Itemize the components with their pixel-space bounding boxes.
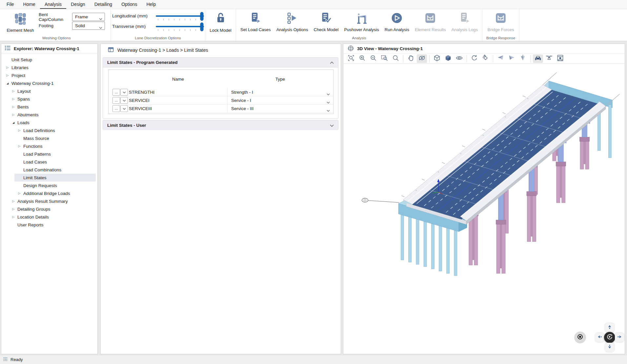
user-section-header[interactable]: Limit States - User	[103, 120, 338, 130]
tree-item-limit-states[interactable]: Limit States	[1, 174, 97, 182]
toolbar-fly-forward-button[interactable]	[518, 54, 528, 63]
run-analysis-button[interactable]: Run Analysis	[383, 9, 411, 37]
tree-item-libraries[interactable]: ▷Libraries	[1, 64, 97, 71]
tree-item-loads[interactable]: ◢Loads	[1, 119, 97, 126]
element-mesh-button[interactable]: Element Mesh	[5, 9, 36, 37]
tree-collapsed-icon[interactable]: ▷	[10, 200, 16, 203]
tree-item-location-details[interactable]: ▷Location Details	[1, 213, 97, 221]
tree-expanded-icon[interactable]: ◢	[10, 121, 16, 124]
record-button[interactable]	[574, 332, 586, 343]
row-expand-button[interactable]	[120, 97, 128, 104]
tree-label-load-definitions: Load Definitions	[23, 128, 55, 133]
check-model-button[interactable]: Check Model	[313, 9, 340, 37]
tree-item-layout[interactable]: ▷Layout	[1, 87, 97, 95]
chevron-down-icon[interactable]	[330, 123, 334, 128]
menu-item-help[interactable]: Help	[142, 0, 160, 9]
tree-collapsed-icon[interactable]: ▷	[16, 129, 22, 132]
tree-expanded-icon[interactable]: ◢	[5, 82, 10, 85]
toolbar-section-view-button[interactable]	[555, 54, 565, 63]
limit-state-type-select[interactable]: Service - I	[227, 96, 333, 105]
tree-collapsed-icon[interactable]: ▷	[5, 66, 10, 69]
toolbar-orbit-button[interactable]	[417, 54, 427, 63]
nav-down-button[interactable]	[605, 343, 614, 352]
limit-state-name[interactable]: SERVICEIII	[129, 105, 227, 113]
menu-item-home[interactable]: Home	[19, 0, 40, 9]
tree-item-load-combinations[interactable]: Load Combinations	[1, 166, 97, 174]
row-options-button[interactable]: ...	[112, 89, 120, 96]
chevron-up-icon[interactable]	[330, 60, 334, 65]
menu-item-detailing[interactable]: Detailing	[90, 0, 117, 9]
tree-item-bents[interactable]: ▷Bents	[1, 103, 97, 111]
nav-center-button[interactable]	[604, 332, 615, 343]
toolbar-pan-button[interactable]	[406, 54, 416, 63]
pushover-analysis-button[interactable]: Pushover Analysis	[343, 9, 380, 37]
bent-cap-column-select[interactable]: Frame	[72, 13, 105, 21]
toolbar-cube-solid-button[interactable]	[443, 54, 453, 63]
lock-model-button[interactable]: Lock Model	[205, 9, 236, 37]
analysis-options-icon	[286, 12, 298, 26]
tree-item-abutments[interactable]: ▷Abutments	[1, 111, 97, 119]
tree-item-functions[interactable]: ▷Functions	[1, 142, 97, 150]
tree-collapsed-icon[interactable]: ▷	[16, 144, 22, 148]
tree-item-unit-setup[interactable]: Unit Setup	[1, 56, 97, 64]
tree-label-spans: Spans	[17, 97, 30, 102]
transverse-mm-slider[interactable]	[155, 22, 205, 33]
tree-item-analysis-result-summary[interactable]: ▷Analysis Result Summary	[1, 197, 97, 205]
nav-right-button[interactable]	[615, 333, 624, 342]
menu-item-design[interactable]: Design	[66, 0, 90, 9]
analysis-options-button[interactable]: Analysis Options	[275, 9, 310, 37]
set-load-cases-button[interactable]: Set Load Cases	[239, 9, 272, 37]
row-controls: ...	[109, 105, 129, 113]
row-expand-button[interactable]	[120, 105, 128, 112]
field-footing: FootingSolid	[39, 22, 105, 30]
tree-item-project[interactable]: ▷Project	[1, 71, 97, 79]
program-section-header[interactable]: Limit States - Program Generated	[103, 58, 338, 67]
tree-item-mass-source[interactable]: Mass Source	[1, 134, 97, 142]
toolbar-eye-button[interactable]	[454, 54, 464, 63]
tree-item-additional-bridge-loads[interactable]: ▷Additional Bridge Loads	[1, 189, 97, 197]
tree-item-load-cases[interactable]: Load Cases	[1, 158, 97, 166]
limit-state-name[interactable]: STRENGTHI	[129, 88, 227, 96]
toolbar-zoom-extents-button[interactable]	[346, 54, 356, 63]
toolbar-zoom-window-button[interactable]	[379, 54, 390, 63]
row-expand-button[interactable]	[120, 89, 128, 96]
toolbar-drone-view-button[interactable]	[544, 54, 554, 63]
toolbar-fly-left-button[interactable]	[496, 54, 506, 63]
tree-collapsed-icon[interactable]: ▷	[16, 192, 22, 195]
tree-item-spans[interactable]: ▷Spans	[1, 95, 97, 103]
toolbar-fly-right-button[interactable]	[507, 54, 517, 63]
toolbar-rotate-reset-button[interactable]	[480, 54, 491, 63]
tree-item-load-definitions[interactable]: ▷Load Definitions	[1, 126, 97, 134]
nav-left-button[interactable]	[595, 333, 604, 342]
limit-state-type-select[interactable]: Strength - I	[227, 88, 333, 96]
tree-item-user-reports[interactable]: User Reports	[1, 221, 97, 229]
toolbar-zoom-in-button[interactable]	[357, 54, 367, 63]
toolbar-search-button[interactable]	[391, 54, 401, 63]
tree-collapsed-icon[interactable]: ▷	[10, 207, 16, 211]
toolbar-rotate-cw-button[interactable]	[469, 54, 479, 63]
tree-item-design-requests[interactable]: Design Requests	[1, 182, 97, 189]
3d-scene[interactable]	[343, 64, 625, 354]
row-options-button[interactable]: ...	[112, 97, 120, 104]
tree-collapsed-icon[interactable]: ▷	[10, 105, 16, 108]
longitudinal-mm-slider[interactable]	[155, 12, 205, 23]
limit-state-type-select[interactable]: Service - III	[227, 105, 333, 113]
tree-item-waterway-crossing-1[interactable]: ◢Waterway Crossing-1	[1, 79, 97, 87]
tree-collapsed-icon[interactable]: ▷	[10, 113, 16, 116]
toolbar-cube-wireframe-button[interactable]	[432, 54, 442, 63]
tree-item-detailing-groups[interactable]: ▷Detailing Groups	[1, 205, 97, 213]
tree-item-load-patterns[interactable]: Load Patterns	[1, 150, 97, 158]
toolbar-zoom-out-button[interactable]	[368, 54, 378, 63]
limit-state-name[interactable]: SERVICEI	[129, 96, 227, 105]
tree-collapsed-icon[interactable]: ▷	[10, 89, 16, 93]
row-options-button[interactable]: ...	[112, 105, 120, 112]
menu-item-analysis[interactable]: Analysis	[40, 0, 66, 9]
tree-collapsed-icon[interactable]: ▷	[10, 215, 16, 219]
menu-item-options[interactable]: Options	[117, 0, 142, 9]
tree-collapsed-icon[interactable]: ▷	[5, 74, 10, 77]
tree-collapsed-icon[interactable]: ▷	[10, 97, 16, 101]
footing-select[interactable]: Solid	[72, 22, 105, 30]
toolbar-drive-view-button[interactable]	[533, 54, 543, 63]
nav-up-button[interactable]	[605, 323, 614, 332]
menu-item-file[interactable]: File	[2, 0, 19, 9]
